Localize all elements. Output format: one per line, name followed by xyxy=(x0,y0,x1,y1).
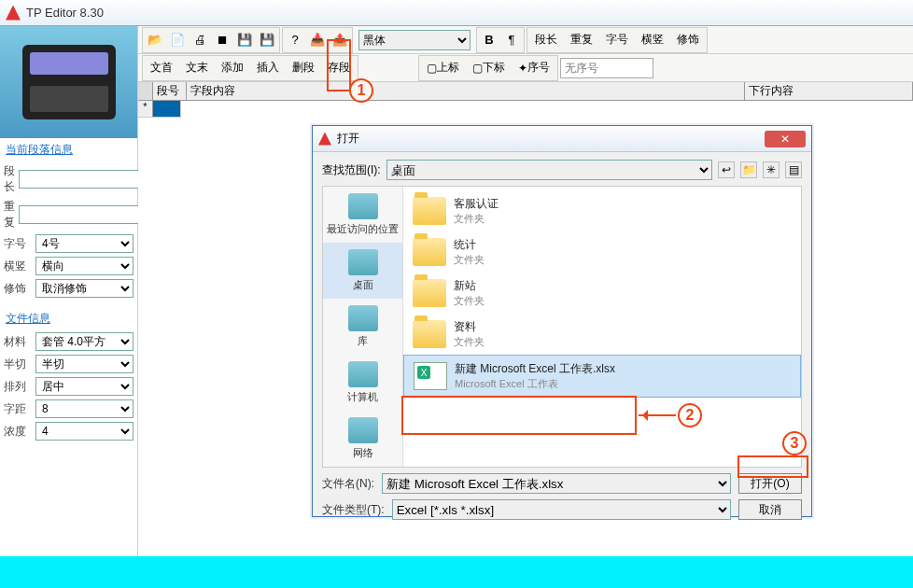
select-align[interactable]: 居中 xyxy=(35,377,133,396)
app-title: TP Editor 8.30 xyxy=(26,6,104,20)
btn-decor[interactable]: 修饰 xyxy=(670,29,706,51)
import-icon[interactable]: 📥 xyxy=(306,29,329,51)
select-material[interactable]: 套管 4.0平方 xyxy=(35,332,133,351)
filetype-select[interactable]: Excel [*.xls *.xlsx] xyxy=(392,499,731,520)
label-seglen: 段长 xyxy=(4,163,15,195)
btn-superscript[interactable]: ▢ 上标 xyxy=(420,57,466,79)
folder-icon xyxy=(413,197,446,225)
select-decor[interactable]: 取消修饰 xyxy=(35,279,133,298)
bold-icon[interactable]: B xyxy=(478,29,500,51)
folder-icon xyxy=(413,320,446,348)
filename-select[interactable]: 新建 Microsoft Excel 工作表.xlsx xyxy=(382,473,731,494)
new-icon[interactable]: 📄 xyxy=(166,29,189,51)
lookin-select[interactable]: 桌面 xyxy=(386,160,712,180)
dialog-title-text: 打开 xyxy=(337,131,359,147)
btn-orient[interactable]: 横竖 xyxy=(635,29,670,51)
label-fontsize: 字号 xyxy=(4,236,32,252)
dialog-titlebar[interactable]: 打开 ✕ xyxy=(313,126,811,152)
up-icon[interactable]: 📁 xyxy=(740,161,757,178)
btn-insert[interactable]: 插入 xyxy=(250,57,286,79)
open-icon[interactable]: 📂 xyxy=(144,29,166,51)
btn-repeat[interactable]: 重复 xyxy=(564,29,599,51)
btn-fontsize[interactable]: 字号 xyxy=(599,29,635,51)
folder-icon xyxy=(413,238,446,266)
print-icon[interactable]: 🖨 xyxy=(189,29,211,51)
active-cell[interactable] xyxy=(153,101,181,118)
app-icon xyxy=(6,6,21,21)
sidebar: 当前段落信息 段长 重复 字号4号 横竖横向 修饰取消修饰 文件信息 材料套管 … xyxy=(0,26,138,558)
select-orient[interactable]: 横向 xyxy=(35,257,133,275)
list-item[interactable]: 新站文件夹 xyxy=(403,273,801,314)
titlebar: TP Editor 8.30 xyxy=(0,0,913,26)
label-material: 材料 xyxy=(4,334,32,350)
folder-icon xyxy=(413,279,446,307)
list-item[interactable]: 客服认证文件夹 xyxy=(403,190,801,231)
close-icon[interactable]: ✕ xyxy=(765,131,806,147)
export-icon[interactable]: 📤 xyxy=(329,29,351,51)
pilcrow-icon[interactable]: ¶ xyxy=(500,29,523,51)
col-next: 下行内容 xyxy=(745,82,913,100)
toolbar-row-1: 📂 📄 🖨 ⏹ 💾 💾 ? 📥 📤 黑体 B ¶ 段长 重复 字号 xyxy=(138,26,913,54)
btn-home[interactable]: 文首 xyxy=(144,57,179,79)
places-bar: 最近访问的位置 桌面 库 计算机 网络 xyxy=(323,187,403,467)
btn-delseg[interactable]: 删段 xyxy=(286,57,321,79)
list-item[interactable]: 资料文件夹 xyxy=(403,314,801,355)
label-halfcut: 半切 xyxy=(4,357,32,372)
filename-label: 文件名(N): xyxy=(322,476,374,492)
btn-end[interactable]: 文末 xyxy=(179,57,215,79)
views-icon[interactable]: ▤ xyxy=(785,161,802,178)
select-halfcut[interactable]: 半切 xyxy=(35,355,133,373)
sequence-input[interactable] xyxy=(560,58,653,78)
place-network[interactable]: 网络 xyxy=(323,411,402,467)
place-recent[interactable]: 最近访问的位置 xyxy=(323,187,402,243)
select-density[interactable]: 4 xyxy=(35,422,133,441)
col-segno: 段号 xyxy=(153,82,187,100)
select-spacing[interactable]: 8 xyxy=(35,399,133,418)
label-decor: 修饰 xyxy=(4,281,32,297)
dialog-icon xyxy=(318,133,331,146)
btn-sequence[interactable]: ✦ 序号 xyxy=(512,57,556,79)
back-icon[interactable]: ↩ xyxy=(718,161,735,178)
cancel-button[interactable]: 取消 xyxy=(738,499,802,520)
status-footer xyxy=(0,556,913,588)
saveas-icon[interactable]: 💾 xyxy=(256,29,278,51)
paragraph-info-title: 当前段落信息 xyxy=(0,138,137,161)
open-dialog: 打开 ✕ 查找范围(I): 桌面 ↩ 📁 ✳ ▤ 最近访问的位置 桌面 库 计算… xyxy=(312,125,812,517)
place-computer[interactable]: 计算机 xyxy=(323,355,402,411)
place-library[interactable]: 库 xyxy=(323,299,402,355)
label-repeat: 重复 xyxy=(4,199,15,231)
btn-saveseg[interactable]: 存段 xyxy=(321,57,357,79)
select-fontsize[interactable]: 4号 xyxy=(35,234,133,253)
lookin-label: 查找范围(I): xyxy=(322,162,381,178)
btn-subscript[interactable]: ▢ 下标 xyxy=(466,57,512,79)
file-list[interactable]: 客服认证文件夹 统计文件夹 新站文件夹 资料文件夹 新建 Microsoft E… xyxy=(403,187,801,467)
stop-icon[interactable]: ⏹ xyxy=(211,29,233,51)
excel-icon xyxy=(414,362,447,390)
device-image xyxy=(0,26,137,138)
label-align: 排列 xyxy=(4,379,32,395)
open-button[interactable]: 打开(O) xyxy=(738,473,802,494)
col-content: 字段内容 xyxy=(187,82,745,100)
label-spacing: 字距 xyxy=(4,401,32,417)
list-item-selected[interactable]: 新建 Microsoft Excel 工作表.xlsxMicrosoft Exc… xyxy=(403,355,801,398)
filetype-label: 文件类型(T): xyxy=(322,502,385,518)
font-select[interactable]: 黑体 xyxy=(358,30,471,50)
btn-seglen[interactable]: 段长 xyxy=(528,29,564,51)
newfolder-icon[interactable]: ✳ xyxy=(763,161,780,178)
file-info-title: 文件信息 xyxy=(0,307,137,330)
label-density: 浓度 xyxy=(4,424,32,440)
list-item[interactable]: 统计文件夹 xyxy=(403,231,801,273)
place-desktop[interactable]: 桌面 xyxy=(323,243,402,299)
help-icon[interactable]: ? xyxy=(284,29,306,51)
label-orient: 横竖 xyxy=(4,259,32,274)
btn-add[interactable]: 添加 xyxy=(215,57,250,79)
toolbar-row-2: 文首 文末 添加 插入 删段 存段 ▢ 上标 ▢ 下标 ✦ 序号 xyxy=(138,54,913,82)
row-head[interactable]: * xyxy=(138,101,153,118)
save-icon[interactable]: 💾 xyxy=(233,29,256,51)
